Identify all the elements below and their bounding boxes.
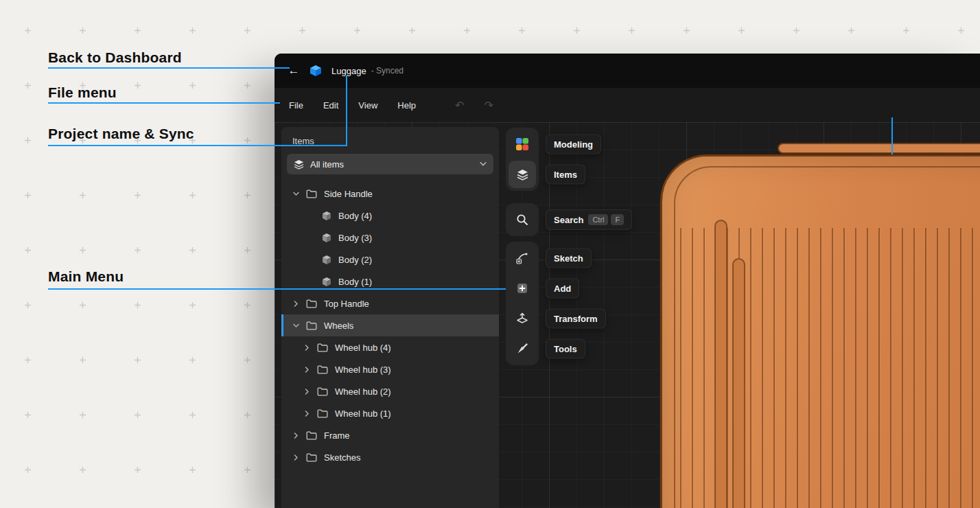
item-filter-dropdown[interactable]: All items [287,154,493,174]
app-logo-icon [309,64,323,78]
tree-item-body-2[interactable]: Body (2) [281,249,499,270]
tree-item-frame[interactable]: Frame [281,424,499,446]
tree-item-wheels[interactable]: Wheels [281,314,499,336]
tree-item-wheel-hub-1[interactable]: Wheel hub (1) [281,402,499,424]
annotation-project-name-sync: Project name & Sync [48,126,194,142]
search-icon [516,213,528,226]
annotation-main-menu: Main Menu [48,268,124,285]
chevron-right-icon[interactable] [292,301,299,307]
undo-icon[interactable]: ↶ [455,99,464,112]
add-icon [516,282,528,295]
folder-icon [306,453,317,462]
main-menu-toolbar: Modeling Items Search Ctrl F [506,128,539,365]
chevron-right-icon[interactable] [292,454,299,461]
chevron-right-icon[interactable] [292,432,299,439]
sketch-button[interactable]: Sketch [509,244,536,272]
body-cube-icon [322,233,331,243]
folder-icon [317,387,328,396]
add-button[interactable]: Add [509,275,536,302]
menu-help[interactable]: Help [397,100,416,111]
modeling-label: Modeling [546,135,601,154]
items-tree: Side Handle Body (4) Body (3) Body (2) B… [281,183,499,468]
tree-item-wheel-hub-4[interactable]: Wheel hub (4) [281,336,499,358]
annotation-line-project-name-vertical [346,76,347,146]
redo-icon[interactable]: ↷ [484,99,493,112]
folder-icon [306,431,317,440]
annotation-line-file-menu [48,102,280,104]
tree-item-side-handle[interactable]: Side Handle [281,183,499,205]
sync-status: - Synced [371,66,404,76]
folder-icon [306,299,317,308]
luggage-model[interactable] [660,154,980,508]
chevron-down-icon [480,161,487,167]
window-content: Items All items Side Handle Body (4) [275,122,980,508]
transform-icon [516,312,528,325]
transform-label: Transform [546,309,606,329]
project-name: Luggage [331,66,366,76]
items-panel: Items All items Side Handle Body (4) [281,127,499,508]
app-window: ← Luggage - Synced File Edit View Help ↶… [275,54,980,508]
tree-item-wheel-hub-3[interactable]: Wheel hub (3) [281,358,499,380]
items-label: Items [546,165,585,185]
annotation-file-menu: File menu [48,84,117,101]
chevron-right-icon[interactable] [303,389,310,395]
filter-label: All items [310,159,480,170]
annotation-line-back-to-dashboard [48,67,290,69]
chevron-right-icon[interactable] [303,411,310,417]
menu-view[interactable]: View [358,100,377,111]
tree-item-body-3[interactable]: Body (3) [281,227,499,249]
layers-icon [517,169,528,181]
annotation-back-to-dashboard: Back to Dashboard [48,49,182,66]
body-cube-icon [322,277,331,287]
luggage-handle-tube [732,258,745,508]
search-label: Search Ctrl F [546,209,632,230]
tree-item-sketches[interactable]: Sketches [281,446,499,468]
back-to-dashboard-button[interactable]: ← [285,62,303,80]
tree-item-top-handle[interactable]: Top Handle [281,292,499,314]
body-cube-icon [322,211,331,221]
tools-group: Sketch Add Transform Tools [506,242,539,365]
tree-item-wheel-hub-2[interactable]: Wheel hub (2) [281,380,499,402]
items-panel-title: Items [281,127,499,152]
items-button[interactable]: Items [509,161,536,188]
search-group: Search Ctrl F [506,203,539,236]
key-f: F [611,214,624,225]
body-cube-icon [322,255,331,265]
chevron-right-icon[interactable] [303,367,310,373]
annotation-line-project-name [48,145,347,146]
folder-icon [306,321,317,330]
key-ctrl: Ctrl [588,214,608,225]
add-label: Add [546,279,579,299]
modeling-icon [515,137,529,151]
menu-edit[interactable]: Edit [323,100,338,111]
search-label-text: Search [554,215,583,225]
chevron-down-icon[interactable] [292,323,299,328]
tools-button[interactable]: Tools [509,335,536,362]
tree-item-body-4[interactable]: Body (4) [281,205,499,227]
chevron-down-icon[interactable] [292,192,299,196]
titlebar: ← Luggage - Synced [275,54,980,88]
sketch-icon [516,252,528,264]
folder-icon [317,343,328,352]
tools-label: Tools [546,339,585,359]
luggage-handle-tube [714,220,727,508]
search-button[interactable]: Search Ctrl F [509,206,536,233]
luggage-top-handle [778,143,980,154]
chevron-right-icon[interactable] [303,345,310,351]
knife-icon [516,343,528,355]
annotation-line-viewport [891,117,893,154]
annotation-line-main-menu [48,288,506,290]
folder-icon [306,189,317,198]
transform-button[interactable]: Transform [509,305,536,332]
modeling-button[interactable]: Modeling [509,130,536,158]
folder-icon [317,365,328,374]
layers-icon [294,159,304,170]
menubar: File Edit View Help ↶ ↷ [275,88,980,122]
workspace-group: Modeling Items [506,128,539,191]
sketch-label: Sketch [546,249,592,268]
folder-icon [317,409,328,418]
menu-file[interactable]: File [289,100,303,111]
